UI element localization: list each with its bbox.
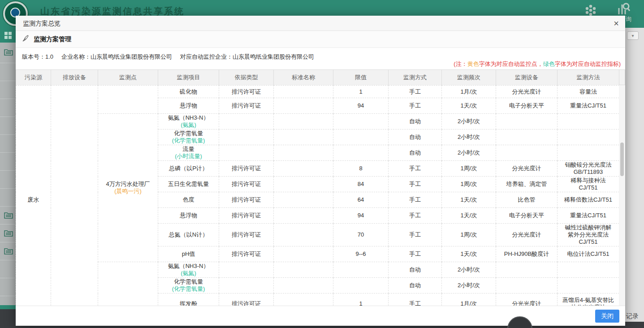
table-cell-item: 流量(小时流量)	[158, 145, 219, 161]
plan-version-line: 版本号：1.0企业名称：山东晨鸣纸业集团股份有限公司对应自动监控企业：山东晨鸣纸…	[22, 53, 314, 61]
table-cell-item: 悬浮物	[158, 208, 219, 224]
table-cell-item: 挥发酚	[158, 293, 219, 306]
version-value: 1.0	[45, 53, 53, 60]
table-cell-basis	[219, 278, 274, 293]
table-cell-mode: 自动	[389, 278, 442, 293]
column-header: 依据类型	[219, 70, 274, 86]
table-cell-device-col	[51, 86, 98, 306]
table-cell-method	[558, 262, 619, 278]
green-word: 绿色	[543, 60, 555, 67]
close-button[interactable]: 关闭	[595, 310, 619, 323]
table-cell-item: 总氮（以N计）	[158, 224, 219, 246]
table-cell-device: 电子分析天平	[496, 208, 558, 224]
table-cell-item: 氨氮（NH3-N）(氨氮)	[158, 262, 219, 278]
sidebar-item-active[interactable]	[0, 28, 16, 43]
modal-title: 监测方案总览	[23, 20, 61, 28]
table-cell-standard	[274, 293, 333, 306]
table-body-table: 废水硫化物排污许可证1手工1月/次分光光度计容量法悬浮物排污许可证94手工1天/…	[16, 85, 619, 306]
table-cell-device	[496, 114, 558, 129]
table-cell-standard	[274, 278, 333, 293]
table-cell-method	[558, 278, 619, 293]
table-cell-basis	[219, 129, 274, 145]
table-cell-method: 稀释与接种法 CJ/T51	[558, 177, 619, 192]
table-cell-item: 色度	[158, 192, 219, 208]
table-cell-freq: 1周/次	[442, 177, 496, 192]
sidebar-strip	[0, 28, 16, 306]
table-header-corner	[619, 69, 625, 85]
table-cell-method: 稀释倍数法CJ/T51	[558, 192, 619, 208]
table-cell-mode: 手工	[389, 86, 442, 98]
table-cell-device: 比色管	[496, 192, 558, 208]
table-scrollbar-thumb[interactable]	[620, 142, 624, 176]
column-header: 监测点	[98, 70, 158, 86]
auto-metric-name: (氨氮)	[160, 121, 217, 129]
table-scrollbar[interactable]	[619, 85, 625, 306]
auto-metric-name: (氨氮)	[160, 270, 217, 277]
auto-company-value: 山东晨鸣纸业集团股份有限公司	[233, 53, 314, 60]
table-cell-device	[496, 278, 558, 293]
table-cell-basis: 排污许可证	[219, 224, 274, 246]
table-cell-limit	[333, 145, 389, 161]
plan-info-bar: 版本号：1.0企业名称：山东晨鸣纸业集团股份有限公司对应自动监控企业：山东晨鸣纸…	[16, 48, 625, 69]
background-dropdown[interactable]: ▾	[627, 31, 639, 40]
table-cell-device	[496, 145, 558, 161]
column-header: 限值	[333, 70, 389, 86]
table-cell-item: 化学需氧量(化学需氧量)	[158, 278, 219, 293]
column-header: 标准名称	[274, 70, 333, 86]
table-cell-freq: 1月/次	[442, 293, 496, 306]
folder-icon[interactable]	[4, 48, 13, 57]
table-cell-item: 悬浮物	[158, 98, 219, 114]
grid-icon	[4, 32, 12, 39]
table-cell-item: 硫化物	[158, 86, 219, 98]
column-header: 监测设备	[496, 70, 558, 86]
table-cell-freq: 2小时/次	[442, 114, 496, 129]
table-cell-item: 氨氮（NH3-N）(氨氮)	[158, 114, 219, 129]
folder-icon[interactable]	[4, 229, 13, 238]
table-cell-limit: 1	[333, 86, 389, 98]
table-cell-mode: 手工	[389, 98, 442, 114]
table-cell-freq: 1周/次	[442, 161, 496, 177]
folder-icon[interactable]	[4, 211, 13, 220]
table-cell-standard	[274, 177, 333, 192]
table-cell-method: 碱性过硫酸钾消解 紫外分光光度法 CJ/T51	[558, 224, 619, 246]
table-cell-device: 分光光度计	[496, 161, 558, 177]
table-cell-basis: 排污许可证	[219, 293, 274, 306]
table-cell-method: 重量法CJ/T51	[558, 98, 619, 114]
monitoring-plan-modal: 监测方案总览 × 监测方案管理 版本号：1.0企业名称：山东晨鸣纸业集团股份有限…	[16, 16, 625, 326]
table-cell-standard	[274, 262, 333, 278]
table-cell-standard	[274, 208, 333, 224]
table-cell-freq: 1月/次	[442, 86, 496, 98]
company-value: 山东晨鸣纸业集团股份有限公司	[91, 53, 172, 60]
table-cell-method	[558, 114, 619, 129]
modal-titlebar: 监测方案总览 ×	[16, 16, 625, 31]
table-cell-mode: 手工	[389, 208, 442, 224]
table-cell-limit: 8	[333, 161, 389, 177]
table-cell-standard	[274, 129, 333, 145]
table-cell-limit: 70	[333, 224, 389, 246]
table-cell-basis	[219, 114, 274, 129]
column-header: 污染源	[16, 70, 51, 86]
table-cell-basis: 排污许可证	[219, 177, 274, 192]
table-cell-device: 分光光度计	[496, 224, 558, 246]
table-cell-freq: 2小时/次	[442, 145, 496, 161]
table-cell-basis	[219, 262, 274, 278]
table-cell-device: 培养箱、滴定管	[496, 177, 558, 192]
close-icon[interactable]: ×	[614, 17, 619, 29]
table-body-rows: 废水硫化物排污许可证1手工1月/次分光光度计容量法悬浮物排污许可证94手工1天/…	[16, 86, 619, 306]
modal-footer: 关闭	[16, 306, 625, 326]
table-cell-standard	[274, 224, 333, 246]
table-cell-limit: 1	[333, 293, 389, 306]
table-cell-freq: 1周/次	[442, 224, 496, 246]
chevron-down-icon: ▾	[631, 33, 634, 38]
table-cell-method: 电位计法CJ/T51	[558, 246, 619, 262]
table-cell-point: 4万方污水处理厂(晨鸣一污)	[98, 114, 158, 262]
table-cell-source: 废水	[16, 86, 51, 306]
table-cell-standard	[274, 161, 333, 177]
table-header-row: 污染源排放设备监测点监测项目依据类型标准名称限值监测方式监测频次监测设备监测方法	[16, 70, 619, 86]
table-cell-mode: 自动	[389, 145, 442, 161]
column-header: 排放设备	[51, 70, 98, 86]
folder-icon[interactable]	[4, 247, 13, 256]
auto-metric-name: (小时流量)	[160, 153, 217, 160]
pen-icon	[22, 35, 29, 44]
table-cell-mode: 手工	[389, 246, 442, 262]
